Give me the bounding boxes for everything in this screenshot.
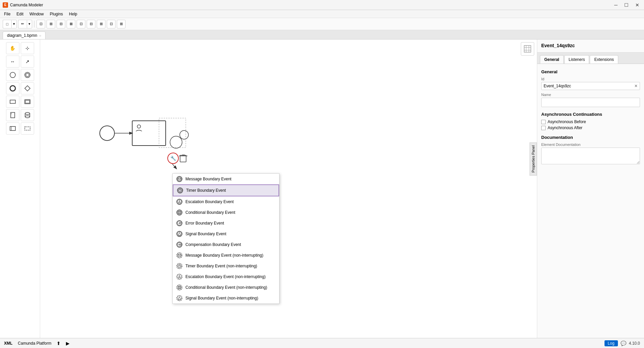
context-menu-item-conditional-boundary-ni[interactable]: Conditional Boundary Event (non-interrup…	[173, 282, 279, 293]
align-center-button[interactable]: ⊞	[47, 20, 55, 28]
menu-file[interactable]: File	[1, 11, 13, 17]
align-left-button[interactable]: ⊡	[36, 20, 45, 28]
menu-window[interactable]: Window	[27, 11, 47, 17]
window-controls[interactable]: ─ ☐ ✕	[612, 2, 641, 8]
circle-thick-tool[interactable]	[6, 82, 19, 94]
tool-row-6	[6, 109, 34, 121]
async-after-row[interactable]: Asynchronous After	[541, 125, 640, 130]
context-menu-item-timer-boundary[interactable]: Timer Boundary Event	[173, 184, 279, 196]
properties-panel-toggle[interactable]: Properties Panel	[530, 142, 537, 175]
panel-tool[interactable]	[6, 122, 19, 135]
event-label-escalation-boundary: Escalation Boundary Event	[185, 199, 234, 204]
db-tool[interactable]	[21, 109, 34, 121]
distribute-v-button[interactable]: ⊡	[77, 20, 85, 28]
svg-marker-4	[25, 86, 30, 91]
file-toolbar-group: □ ▾	[3, 20, 17, 28]
minimize-button[interactable]: ─	[612, 2, 620, 8]
minimap-button[interactable]	[521, 42, 534, 56]
xml-label[interactable]: XML	[4, 341, 12, 346]
svg-marker-65	[178, 275, 180, 278]
main-area: ✋ ⊹ ↔ ↗	[0, 39, 644, 338]
lasso-tool[interactable]: ⊹	[21, 42, 34, 54]
context-menu-item-message-boundary-ni[interactable]: Message Boundary Event (non-interrupting…	[173, 250, 279, 261]
menu-help[interactable]: Help	[66, 11, 80, 17]
align-right-button[interactable]: ⊟	[57, 20, 65, 28]
svg-point-22	[180, 130, 188, 139]
context-menu-item-escalation-boundary-ni[interactable]: Escalation Boundary Event (non-interrupt…	[173, 271, 279, 282]
chat-button[interactable]: 💬	[621, 341, 626, 346]
event-label-error-boundary: Error Boundary Event	[185, 221, 224, 226]
svg-marker-39	[178, 200, 180, 203]
close-button[interactable]: ✕	[633, 2, 641, 8]
align-top-button[interactable]: ⊟	[87, 20, 95, 28]
context-menu-item-signal-boundary-ni[interactable]: Signal Boundary Event (non-interrupting)	[173, 293, 279, 303]
context-menu-item-error-boundary[interactable]: Error Boundary Event	[173, 218, 279, 229]
event-label-signal-boundary-ni: Signal Boundary Event (non-interrupting)	[185, 296, 258, 300]
new-file-button[interactable]: □	[3, 20, 11, 28]
svg-rect-75	[524, 46, 531, 52]
event-label-escalation-boundary-ni: Escalation Boundary Event (non-interrupt…	[185, 274, 265, 279]
doc-tool[interactable]	[6, 109, 19, 121]
app-icon: E	[3, 2, 8, 8]
context-menu-item-signal-boundary[interactable]: Signal Boundary Event	[173, 229, 279, 239]
menu-plugins[interactable]: Plugins	[47, 11, 66, 17]
async-after-label: Asynchronous After	[548, 125, 582, 130]
svg-point-0	[10, 72, 15, 78]
menu-edit[interactable]: Edit	[14, 11, 26, 17]
id-input[interactable]	[544, 84, 634, 88]
context-menu-item-conditional-boundary[interactable]: Conditional Boundary Event	[173, 207, 279, 218]
event-icon-escalation-boundary-ni	[176, 273, 183, 280]
rect-thick-tool[interactable]	[21, 96, 34, 108]
left-toolbar: ✋ ⊹ ↔ ↗	[0, 39, 40, 338]
log-button[interactable]: Log	[605, 340, 618, 346]
event-icon-message-boundary	[176, 176, 183, 182]
async-before-row[interactable]: Asynchronous Before	[541, 119, 640, 124]
context-menu-item-message-boundary[interactable]: Message Boundary Event	[173, 174, 279, 184]
tab-listeners[interactable]: Listeners	[564, 55, 589, 64]
id-label: Id	[541, 77, 640, 81]
id-field-wrapper[interactable]: ✕	[541, 82, 640, 90]
play-button[interactable]: ▶	[66, 341, 70, 346]
properties-content: General Id ✕ Name Asynchronous Continuat…	[537, 64, 644, 338]
hand-tool-button[interactable]: ✏	[18, 20, 27, 28]
svg-marker-54	[180, 244, 181, 246]
upload-button[interactable]: ⬆	[57, 341, 61, 346]
event-label-timer-boundary: Timer Boundary Event	[186, 188, 226, 193]
connect-tool[interactable]: ↔	[6, 56, 19, 68]
context-menu-item-escalation-boundary[interactable]: Escalation Boundary Event	[173, 196, 279, 207]
async-before-checkbox[interactable]	[541, 120, 546, 124]
context-menu-item-compensation-boundary[interactable]: Compensation Boundary Event	[173, 239, 279, 250]
context-menu: Message Boundary EventTimer Boundary Eve…	[172, 173, 279, 304]
hand-tool[interactable]: ✋	[6, 42, 19, 54]
tab-general[interactable]: General	[540, 55, 564, 64]
dashed-rect-tool[interactable]	[21, 122, 34, 135]
double-circle-tool[interactable]	[21, 69, 34, 81]
diamond-tool[interactable]	[21, 82, 34, 94]
arrow-tool[interactable]: ↗	[21, 56, 34, 68]
statusbar: XML Camunda Platform ⬆ ▶ Log 💬 4.10.0	[0, 338, 644, 348]
event-icon-timer-boundary-ni	[176, 263, 183, 269]
space-v-button[interactable]: ⊞	[117, 20, 126, 28]
tab-close-button[interactable]: ○	[39, 34, 41, 37]
diagram-tab[interactable]: diagram_1.bpmn ○	[3, 31, 46, 39]
svg-point-9	[25, 112, 30, 114]
svg-marker-53	[178, 244, 179, 246]
align-bottom-button[interactable]: ⊞	[97, 20, 105, 28]
canvas[interactable]: 🔧 Message Boundary EventTimer Boundary E…	[40, 39, 537, 338]
space-h-button[interactable]: ⊡	[107, 20, 115, 28]
context-menu-item-timer-boundary-ni[interactable]: Timer Boundary Event (non-interrupting)	[173, 261, 279, 271]
rect-tool[interactable]	[6, 96, 19, 108]
new-file-dropdown[interactable]: ▾	[11, 20, 17, 28]
name-input[interactable]	[541, 98, 640, 107]
id-clear-button[interactable]: ✕	[634, 84, 638, 88]
event-label-timer-boundary-ni: Timer Boundary Event (non-interrupting)	[185, 264, 257, 268]
event-icon-conditional-boundary	[176, 209, 183, 216]
distribute-h-button[interactable]: ⊠	[67, 20, 75, 28]
event-label-conditional-boundary: Conditional Boundary Event	[185, 210, 235, 215]
maximize-button[interactable]: ☐	[622, 2, 631, 8]
hand-tool-dropdown[interactable]: ▾	[27, 20, 32, 28]
circle-tool[interactable]	[6, 69, 19, 81]
element-docs-textarea[interactable]	[541, 148, 640, 164]
tab-extensions[interactable]: Extensions	[590, 55, 618, 64]
async-after-checkbox[interactable]	[541, 126, 546, 130]
